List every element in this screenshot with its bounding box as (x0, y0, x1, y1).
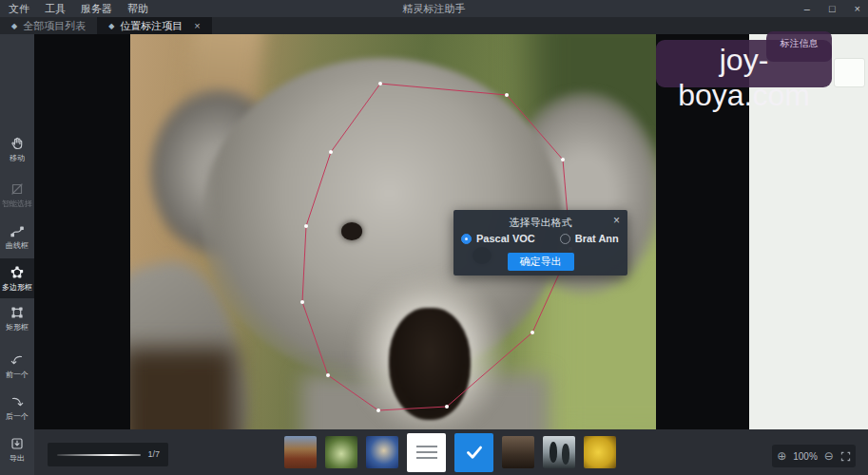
tool-smart: 智能选择 (0, 175, 34, 215)
tool-export[interactable]: 导出 (0, 429, 34, 469)
app-window: 文件工具服务器帮助 精灵标注助手 – □ × ◆全部项目列表◆位置标注项目× 移… (0, 0, 868, 475)
fit-screen-icon[interactable] (840, 451, 851, 462)
tool-curve[interactable]: 曲线框 (0, 217, 34, 256)
thumbnail-green-plant[interactable] (325, 436, 357, 468)
tool-rect[interactable]: 矩形框 (0, 298, 34, 338)
export-format-dialog: 选择导出格式 × Pascal VOCBrat Ann 确定导出 (453, 210, 627, 276)
thumbnail-desert-landscape[interactable] (284, 436, 317, 468)
thumbnail-current-checked[interactable] (454, 433, 493, 472)
menu-item-2[interactable]: 服务器 (81, 2, 112, 16)
title-bar: 文件工具服务器帮助 精灵标注助手 – □ × (0, 0, 868, 17)
tab-diamond-icon: ◆ (11, 22, 17, 30)
format-option-1[interactable]: Brat Ann (560, 233, 619, 244)
move-icon (10, 136, 25, 151)
tool-move[interactable]: 移动 (0, 129, 34, 169)
prev-icon (10, 352, 25, 368)
tool-palette: 移动智能选择曲线框多边形框矩形框前一个后一个导出 (0, 34, 34, 475)
confirm-export-button[interactable]: 确定导出 (508, 253, 574, 271)
menu-item-1[interactable]: 工具 (45, 2, 66, 16)
tab-close-icon[interactable]: × (194, 20, 200, 31)
zoom-in-icon[interactable]: ⊕ (777, 450, 786, 462)
export-icon (10, 436, 25, 451)
menu-item-0[interactable]: 文件 (9, 2, 29, 16)
tool-prev[interactable]: 前一个 (0, 346, 34, 386)
menu-bar: 文件工具服务器帮助 (0, 2, 148, 16)
menu-item-3[interactable]: 帮助 (127, 2, 148, 16)
format-options: Pascal VOCBrat Ann (461, 233, 619, 244)
tool-polygon[interactable]: 多边形框 (0, 258, 34, 298)
polygon-annotation (34, 34, 749, 429)
image-counter: 1/7 (147, 449, 160, 459)
next-icon (10, 394, 25, 409)
polygon-icon (10, 265, 25, 280)
thumbnail-jellyfish[interactable] (366, 436, 398, 468)
dialog-close-icon[interactable]: × (613, 214, 620, 227)
zoom-level: 100% (793, 451, 818, 462)
smart-icon (10, 181, 25, 197)
image-position-slider[interactable]: 1/7 (48, 443, 168, 466)
zoom-controls: ⊕ 100% ⊖ (772, 445, 856, 467)
close-icon[interactable]: × (855, 0, 860, 17)
rect-icon (10, 305, 25, 320)
thumbnail-file-list[interactable] (407, 433, 446, 472)
minimize-icon[interactable]: – (804, 0, 810, 17)
radio-icon[interactable] (560, 234, 570, 244)
curve-icon (10, 223, 25, 238)
tab-bar: ◆全部项目列表◆位置标注项目× (0, 17, 868, 34)
tool-next[interactable]: 后一个 (0, 388, 34, 428)
radio-icon[interactable] (461, 234, 472, 244)
watermark-text: joy-boya.com (656, 43, 832, 113)
zoom-out-icon[interactable]: ⊖ (824, 450, 834, 462)
annotation-input-box[interactable] (834, 58, 865, 87)
tab-1[interactable]: ◆位置标注项目× (97, 17, 212, 34)
maximize-icon[interactable]: □ (829, 0, 836, 17)
thumbnail-strip (284, 429, 616, 475)
slider-track (57, 454, 141, 456)
thumbnail-penguins[interactable] (543, 436, 575, 468)
dialog-title: 选择导出格式 (453, 216, 627, 230)
status-bar: 1/7 ⊕ 100% ⊖ (34, 429, 868, 475)
thumbnail-yellow-flowers[interactable] (584, 436, 616, 468)
tab-0[interactable]: ◆全部项目列表 (0, 17, 97, 34)
tab-diamond-icon: ◆ (108, 22, 114, 30)
check-icon (463, 441, 486, 464)
annotation-canvas[interactable]: 选择导出格式 × Pascal VOCBrat Ann 确定导出 (34, 34, 749, 429)
window-controls: – □ × (804, 0, 860, 17)
format-option-0[interactable]: Pascal VOC (461, 233, 535, 244)
thumbnail-dark-landscape[interactable] (502, 436, 534, 468)
